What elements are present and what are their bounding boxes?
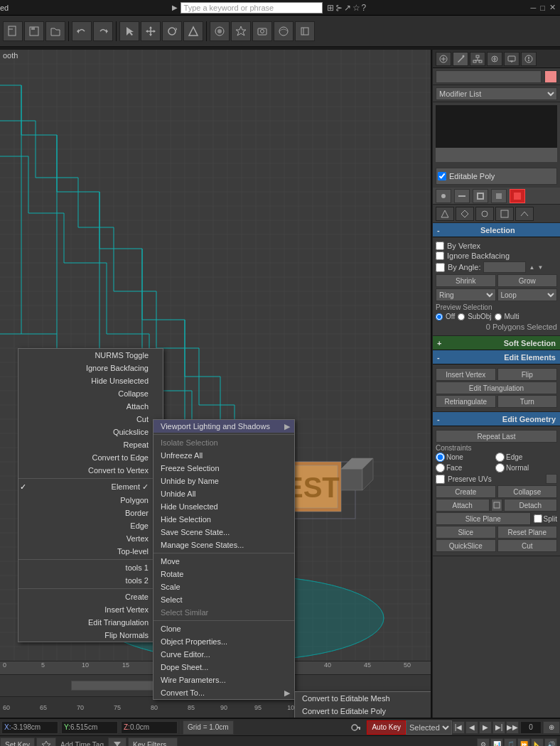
status-icon-5[interactable]: 📐 xyxy=(531,738,544,746)
obj-color-box[interactable] xyxy=(544,70,557,83)
sub-obj-edge[interactable] xyxy=(454,189,470,203)
constraint-edge-radio[interactable] xyxy=(495,453,505,462)
ctx2-curve-editor[interactable]: Curve Editor... xyxy=(154,648,294,661)
func-icon-3[interactable] xyxy=(475,207,494,221)
repeat-last-btn[interactable]: Repeat Last xyxy=(436,430,557,443)
toolbar-btn-rotate[interactable] xyxy=(162,21,182,41)
frame-number[interactable]: 0 xyxy=(520,721,542,734)
ctx1-border[interactable]: Border xyxy=(18,507,163,519)
ctx1-convert-vertex[interactable]: Convert to Vertex xyxy=(18,464,163,477)
slice-plane-btn[interactable]: Slice Plane xyxy=(436,512,531,525)
split-checkbox[interactable] xyxy=(534,514,542,523)
toolbar-btn-new[interactable] xyxy=(3,21,23,41)
func-icon-2[interactable] xyxy=(456,207,474,221)
grow-btn[interactable]: Grow xyxy=(497,274,558,287)
ctx1-create[interactable]: Create xyxy=(18,590,163,603)
ctx1-hide-unselected[interactable]: Hide Unselected xyxy=(18,374,163,387)
ctx2-convert-to[interactable]: Convert To... ▶ xyxy=(154,686,294,699)
sub-obj-vertex[interactable] xyxy=(436,189,451,203)
slice-btn[interactable]: Slice xyxy=(436,526,496,539)
section-soft-selection[interactable]: + Soft Selection xyxy=(433,336,560,350)
ctx1-tools1[interactable]: tools 1 xyxy=(18,561,163,574)
constraint-normal-radio[interactable] xyxy=(495,463,505,472)
toolbar-btn-open[interactable] xyxy=(45,21,65,41)
ctx2-hide-unselected[interactable]: Hide Unselected xyxy=(154,500,294,513)
status-icon-3[interactable]: 🎵 xyxy=(504,738,517,746)
retriangulate-btn[interactable]: Retriangulate xyxy=(436,395,496,408)
toolbar-btn-scale[interactable] xyxy=(183,21,203,41)
toolbar-btn-save[interactable] xyxy=(24,21,44,41)
ctx2-clone[interactable]: Clone xyxy=(154,622,294,635)
maximize-btn[interactable]: □ xyxy=(539,4,546,12)
preview-multi-radio[interactable] xyxy=(495,313,502,320)
turn-btn[interactable]: Turn xyxy=(497,395,558,408)
ctx1-edit-triangulation[interactable]: Edit Triangulation xyxy=(18,616,163,629)
by-angle-spinner-down[interactable]: ▼ xyxy=(537,264,543,271)
play-btn[interactable]: ▶ xyxy=(479,721,492,734)
ctx1-collapse[interactable]: Collapse xyxy=(18,387,163,400)
modifier-stack-entry[interactable]: Editable Poly xyxy=(436,168,557,185)
section-edit-elements[interactable]: - Edit Elements xyxy=(433,350,560,364)
preview-subobj-radio[interactable] xyxy=(458,313,465,320)
status-icon-4[interactable]: ⏩ xyxy=(517,738,530,746)
attach-btn[interactable]: Attach xyxy=(436,499,490,512)
ctx1-ignore-backfacing[interactable]: Ignore Backfacing xyxy=(18,362,163,374)
status-icon-2[interactable]: 📊 xyxy=(490,738,503,746)
func-icon-1[interactable] xyxy=(436,207,454,221)
sub-obj-polygon[interactable] xyxy=(491,189,507,203)
go-end-btn[interactable]: ▶▶ xyxy=(506,721,519,734)
modifier-list-dropdown[interactable]: Modifier List xyxy=(436,87,557,100)
edit-triangulation-btn[interactable]: Edit Triangulation xyxy=(436,382,557,394)
loop-dropdown[interactable]: Loop xyxy=(497,288,558,301)
selected-dropdown[interactable]: Selected xyxy=(406,720,452,735)
reset-plane-btn[interactable]: Reset Plane xyxy=(497,526,558,539)
set-key-btn[interactable]: Set Key xyxy=(0,737,35,746)
toolbar-btn-light[interactable] xyxy=(231,21,251,41)
quickslice-btn[interactable]: QuickSlice xyxy=(436,539,496,552)
ctx2-select-similar[interactable]: Select Similar xyxy=(154,606,294,619)
ctx1-insert-vertex[interactable]: Insert Vertex xyxy=(18,603,163,616)
preserve-uvs-checkbox[interactable] xyxy=(436,475,445,484)
ctx1-element[interactable]: Element ✓ xyxy=(18,480,163,494)
ctx1-edge[interactable]: Edge xyxy=(18,519,163,532)
panel-icon-display[interactable] xyxy=(504,52,519,66)
ctx1-cut[interactable]: Cut xyxy=(18,413,163,426)
toolbar-btn-redo[interactable] xyxy=(93,21,113,41)
panel-icon-hierarchy[interactable] xyxy=(470,52,485,66)
ctx2-save-scene-state[interactable]: Save Scene State... xyxy=(154,526,294,539)
key-filters-btn[interactable]: Key Filters... xyxy=(128,737,178,746)
viewport[interactable]: EST ooth 0 5 10 15 20 25 3 xyxy=(0,50,432,718)
status-icon-6[interactable]: 🔊 xyxy=(544,738,557,746)
toolbar-btn-render[interactable] xyxy=(210,21,230,41)
ctx3-editable-mesh[interactable]: Convert to Editable Mesh xyxy=(295,692,432,705)
search-icon[interactable]: ⊞ xyxy=(327,3,334,13)
obj-name-input[interactable]: Text001 xyxy=(436,70,542,83)
ctx2-move[interactable]: Move xyxy=(154,555,294,568)
by-angle-input[interactable]: 45.0 xyxy=(483,261,526,273)
ring-dropdown[interactable]: Ring xyxy=(436,288,496,301)
ctx1-nurms-toggle[interactable]: NURMS Toggle xyxy=(18,349,163,362)
status-icon-1[interactable]: ⚙ xyxy=(477,738,490,746)
func-icon-5[interactable] xyxy=(515,207,534,221)
shrink-btn[interactable]: Shrink xyxy=(436,274,496,287)
ctx1-toplevel[interactable]: Top-level xyxy=(18,545,163,558)
toolbar-btn-undo[interactable] xyxy=(72,21,92,41)
create-btn[interactable]: Create xyxy=(436,485,496,498)
sub-obj-element[interactable] xyxy=(510,189,525,203)
section-edit-geometry[interactable]: - Edit Geometry xyxy=(433,412,560,426)
ctx2-viewport-lighting[interactable]: Viewport Lighting and Shadows ▶ xyxy=(154,420,294,433)
preview-off-radio[interactable] xyxy=(436,313,443,320)
section-selection[interactable]: - Selection xyxy=(433,223,560,237)
modifier-visible-checkbox[interactable] xyxy=(438,172,446,180)
ctx3-editable-poly[interactable]: Convert to Editable Poly xyxy=(295,705,432,718)
panel-icon-modify[interactable] xyxy=(453,52,468,66)
next-frame-btn[interactable]: ▶| xyxy=(492,721,505,734)
attach-settings-btn[interactable] xyxy=(491,499,502,512)
prev-frame-btn[interactable]: ◀ xyxy=(465,721,478,734)
ctx2-hide-selection[interactable]: Hide Selection xyxy=(154,513,294,526)
ctx1-vertex[interactable]: Vertex xyxy=(18,532,163,545)
ctx2-unfreeze-all[interactable]: Unfreeze All xyxy=(154,449,294,462)
ctx1-tools2[interactable]: tools 2 xyxy=(18,574,163,587)
ctx1-polygon[interactable]: Polygon xyxy=(18,494,163,507)
toolbar-btn-camera[interactable] xyxy=(252,21,272,41)
